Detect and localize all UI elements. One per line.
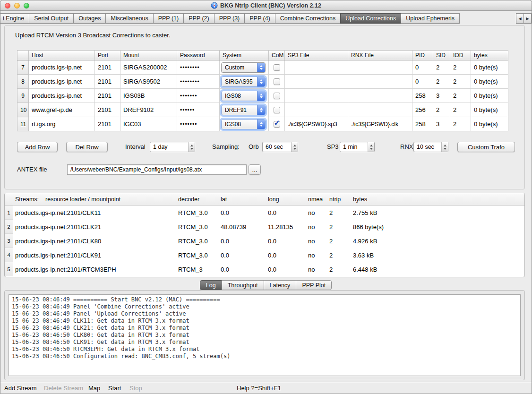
tab-latency[interactable]: Latency — [264, 280, 297, 290]
sp3-file-cell[interactable] — [285, 60, 348, 75]
row-number[interactable]: 11 — [17, 117, 29, 131]
port-cell[interactable]: 2101 — [95, 103, 120, 117]
rnx-spinbox[interactable]: 10 sec — [413, 142, 448, 152]
mount-cell[interactable]: SIRGAS9502 — [120, 75, 177, 89]
tab-upload-ephemeris[interactable]: Upload Ephemeris — [401, 13, 460, 24]
custom-trafo-button[interactable]: Custom Trafo — [457, 142, 515, 152]
iod-cell[interactable]: 2 — [450, 103, 471, 117]
rnx-file-cell[interactable]: ./ic3${GPSWD}.clk — [348, 117, 412, 131]
com-checkbox[interactable] — [274, 93, 280, 99]
host-cell[interactable]: rt.igs.org — [29, 117, 95, 131]
system-dropdown[interactable]: IGS08 — [221, 119, 266, 129]
rnx-file-cell[interactable] — [348, 89, 412, 103]
spinner-arrows-icon[interactable] — [188, 142, 195, 152]
close-button[interactable] — [5, 3, 10, 9]
mount-cell[interactable]: SIRGAS200002 — [120, 60, 177, 75]
iod-cell[interactable]: 2 — [450, 60, 471, 75]
tab-upload-corrections[interactable]: Upload Corrections — [340, 13, 401, 24]
sid-cell[interactable]: 3 — [433, 89, 450, 103]
iod-cell[interactable]: 2 — [450, 75, 471, 89]
stream-row[interactable]: 1 products.igs-ip.net:2101/CLK11 RTCM_3.… — [5, 206, 524, 220]
sp3-spinbox[interactable]: 1 min — [340, 142, 375, 152]
interval-spinbox[interactable]: 1 day — [150, 142, 195, 152]
tab-throughput[interactable]: Throughput — [222, 280, 264, 290]
antex-browse-button[interactable]: ... — [249, 164, 261, 175]
sid-cell[interactable]: 2 — [433, 103, 450, 117]
map-button[interactable]: Map — [88, 382, 100, 394]
pid-cell[interactable]: 258 — [412, 89, 433, 103]
log-output[interactable]: 15-06-23 08:46:49 ========== Start BNC v… — [9, 294, 521, 376]
del-row-button[interactable]: Del Row — [66, 142, 108, 152]
password-cell[interactable]: •••••••• — [177, 75, 220, 89]
add-stream-button[interactable]: Add Stream — [4, 382, 37, 394]
com-checkbox[interactable] — [274, 107, 280, 113]
system-dropdown[interactable]: SIRGAS95 — [221, 77, 266, 87]
tab-combine-corrections[interactable]: Combine Corrections — [275, 13, 341, 24]
zoom-button[interactable] — [24, 3, 29, 9]
tab-miscellaneous[interactable]: Miscellaneous — [105, 13, 153, 24]
tab-ppp-plot[interactable]: PPP Plot — [296, 280, 332, 290]
mount-cell[interactable]: IGC03 — [120, 117, 177, 131]
sid-cell[interactable]: 2 — [433, 75, 450, 89]
stream-row[interactable]: 2 products.igs-ip.net:2101/CLK21 RTCM_3.… — [5, 220, 524, 234]
system-dropdown[interactable]: DREF91 — [221, 105, 266, 115]
sp3-file-cell[interactable] — [285, 89, 348, 103]
tab-serial-output[interactable]: Serial Output — [29, 13, 74, 24]
spinner-arrows-icon[interactable] — [441, 142, 448, 152]
port-cell[interactable]: 2101 — [95, 117, 120, 131]
host-cell[interactable]: products.igs-ip.net — [29, 75, 95, 89]
add-row-button[interactable]: Add Row — [17, 142, 58, 152]
rnx-file-cell[interactable] — [348, 60, 412, 75]
host-cell[interactable]: www.gref-ip.de — [29, 103, 95, 117]
start-button[interactable]: Start — [108, 382, 121, 394]
mount-cell[interactable]: IGS03B — [120, 89, 177, 103]
rnx-file-cell[interactable] — [348, 103, 412, 117]
mount-cell[interactable]: DREF9102 — [120, 103, 177, 117]
iod-cell[interactable]: 2 — [450, 89, 471, 103]
row-number[interactable]: 10 — [17, 103, 29, 117]
password-cell[interactable]: ••••••• — [177, 89, 220, 103]
iod-cell[interactable]: 2 — [450, 117, 471, 131]
pid-cell[interactable]: 0 — [412, 60, 433, 75]
com-checkbox[interactable]: ✓ — [274, 121, 280, 128]
row-number[interactable]: 8 — [17, 75, 29, 89]
spinner-arrows-icon[interactable] — [368, 142, 374, 152]
password-cell[interactable]: ••••••• — [177, 117, 220, 131]
port-cell[interactable]: 2101 — [95, 89, 120, 103]
host-cell[interactable]: products.igs-ip.net — [29, 60, 95, 75]
stream-row[interactable]: 4 products.igs-ip.net:2101/CLK91 RTCM_3.… — [5, 248, 524, 262]
tab-log[interactable]: Log — [200, 280, 222, 290]
pid-cell[interactable]: 0 — [412, 75, 433, 89]
spinner-arrows-icon[interactable] — [291, 142, 298, 152]
sp3-file-cell[interactable] — [285, 103, 348, 117]
port-cell[interactable]: 2101 — [95, 75, 120, 89]
tab-ppp-3[interactable]: PPP (3) — [214, 13, 245, 24]
port-cell[interactable]: 2101 — [95, 60, 120, 75]
tab-outages[interactable]: Outages — [73, 13, 106, 24]
stream-row[interactable]: 3 products.igs-ip.net:2101/CLK80 RTCM_3.… — [5, 234, 524, 248]
minimize-button[interactable] — [14, 3, 20, 9]
tab-ppp-2[interactable]: PPP (2) — [183, 13, 215, 24]
host-cell[interactable]: products.igs-ip.net — [29, 89, 95, 103]
row-number[interactable]: 7 — [17, 60, 29, 75]
tab-scroll-right-icon[interactable]: ▶ — [523, 13, 532, 24]
tab-ppp-1[interactable]: PPP (1) — [153, 13, 184, 24]
tab-ppp-4[interactable]: PPP (4) — [244, 13, 275, 24]
system-dropdown[interactable]: Custom — [221, 62, 266, 73]
stop-button[interactable]: Stop — [129, 382, 142, 394]
row-number[interactable]: 9 — [17, 89, 29, 103]
tab-i-engine[interactable]: i Engine — [0, 13, 29, 24]
com-checkbox[interactable] — [274, 78, 280, 85]
password-cell[interactable]: •••••••• — [177, 60, 220, 75]
system-dropdown[interactable]: IGS08 — [221, 91, 266, 101]
stream-row[interactable]: 5 products.igs-ip.net:2101/RTCM3EPH RTCM… — [5, 262, 524, 276]
orb-spinbox[interactable]: 60 sec — [262, 142, 298, 152]
sid-cell[interactable]: 2 — [433, 60, 450, 75]
sid-cell[interactable]: 3 — [433, 117, 450, 131]
sp3-file-cell[interactable]: ./ic3${GPSWD}.sp3 — [285, 117, 348, 131]
sp3-file-cell[interactable] — [285, 75, 348, 89]
password-cell[interactable]: •••••• — [177, 103, 220, 117]
pid-cell[interactable]: 256 — [412, 103, 433, 117]
com-checkbox[interactable] — [274, 64, 280, 71]
pid-cell[interactable]: 258 — [412, 117, 433, 131]
